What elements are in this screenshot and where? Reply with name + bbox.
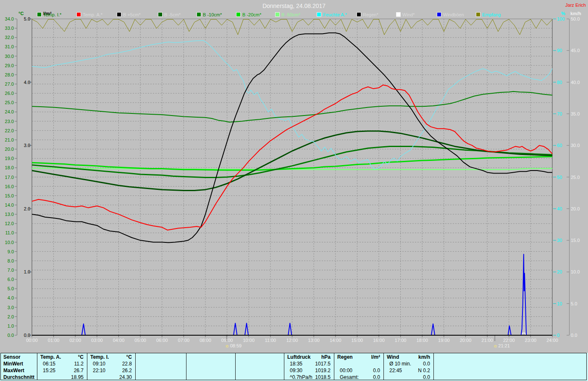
temp-axis-tick-label: 18.0 <box>1 165 14 170</box>
x-axis-hour-label: 03:00 <box>88 338 106 343</box>
wind-axis-tick-label: 10.0 <box>571 269 580 274</box>
table-row-label: MinWert <box>3 361 23 367</box>
x-axis-hour-label: 12:00 <box>283 338 302 343</box>
wind-axis-tick-label: 5.0 <box>571 301 577 306</box>
temp-axis-tick-label: 8.0 <box>1 258 14 263</box>
humidity-axis-tick-label: 70 <box>557 111 562 116</box>
table-cell-value: 26.2 <box>87 368 132 373</box>
x-axis-hour-label: 11:00 <box>261 338 280 343</box>
table-cell-value: 26.7 <box>37 368 84 373</box>
temp-axis-tick-label: 24.0 <box>1 109 14 114</box>
humidity-axis-tick-label: 90 <box>557 48 562 53</box>
rain-axis-tick-label: 1.0 <box>18 269 30 274</box>
x-axis-hour-label: 16:00 <box>370 338 388 343</box>
table-border-line <box>135 353 136 380</box>
temp-axis-tick-label: 0.0 <box>1 333 14 338</box>
x-axis-hour-label: 15:00 <box>348 338 366 343</box>
weather-chart <box>0 0 588 381</box>
table-row-label: Sensor <box>3 354 21 360</box>
x-axis-hour-label: 00:00 <box>23 338 41 343</box>
wind-axis-tick-label: 30.0 <box>571 143 580 148</box>
rain-axis-tick-label: 4.0 <box>18 80 30 85</box>
table-column-unit: °C <box>37 354 84 360</box>
humidity-axis-tick-label: 20 <box>557 269 562 274</box>
wind-axis-tick-label: 50.0 <box>571 16 580 21</box>
table-cell-value: 1018.5 <box>284 374 331 380</box>
table-column-unit: hPa <box>284 354 331 360</box>
wind-axis-tick-label: 25.0 <box>571 175 580 180</box>
humidity-axis-tick-label: 30 <box>557 238 562 243</box>
table-border-line <box>0 353 587 353</box>
table-row-label: MaxWert <box>3 368 24 373</box>
temp-axis-tick-label: 4.0 <box>1 295 14 300</box>
temp-axis-tick-label: 14.0 <box>1 202 14 208</box>
wind-axis-tick-label: 35.0 <box>571 111 580 116</box>
x-axis-hour-label: 23:00 <box>521 338 540 343</box>
wind-axis-tick-label: 40.0 <box>571 80 580 85</box>
table-column-unit: °C <box>87 354 132 360</box>
x-axis-hour-label: 09:00 <box>218 338 236 343</box>
wind-axis-tick-label: 0.0 <box>571 333 577 338</box>
temp-axis-tick-label: 25.0 <box>1 100 14 105</box>
table-cell-value: 1019.2 <box>284 368 331 373</box>
sunrise-icon: ☼ <box>225 343 229 348</box>
wind-axis-tick-label: 45.0 <box>571 48 580 53</box>
temp-axis-tick-label: 3.0 <box>1 305 14 310</box>
table-cell-value: 0.0 <box>334 374 380 380</box>
temp-axis-tick-label: 30.0 <box>1 54 14 59</box>
x-axis-hour-label: 06:00 <box>153 338 171 343</box>
table-cell-value: 11.2 <box>37 361 84 367</box>
x-axis-hour-label: 22:00 <box>500 338 518 343</box>
temp-axis-tick-label: 29.0 <box>1 63 14 68</box>
x-axis-hour-label: 05:00 <box>131 338 150 343</box>
sunset-icon: ☼ <box>493 343 497 348</box>
table-border-line <box>586 353 587 380</box>
x-axis-hour-label: 18:00 <box>413 338 431 343</box>
temp-axis-tick-label: 7.0 <box>1 268 14 273</box>
temp-axis-tick-label: 9.0 <box>1 249 14 254</box>
rain-axis-tick-label: 2.0 <box>18 206 30 211</box>
temp-axis-tick-label: 12.0 <box>1 221 14 226</box>
temp-axis-tick-label: 21.0 <box>1 137 14 142</box>
table-cell-value: 1017.5 <box>284 361 331 367</box>
sunset-marker: ☼21:21 <box>493 343 510 348</box>
x-axis-hour-label: 13:00 <box>304 338 323 343</box>
table-cell-value: 24.30 <box>87 374 132 380</box>
x-axis-hour-label: 21:00 <box>478 338 496 343</box>
rain-axis-tick-label: 3.0 <box>18 143 30 148</box>
temp-axis-tick-label: 20.0 <box>1 147 14 152</box>
x-axis-hour-label: 01:00 <box>45 338 63 343</box>
temp-axis-tick-label: 16.0 <box>1 184 14 189</box>
x-axis-hour-label: 07:00 <box>174 338 193 343</box>
table-row-label: Durchschnitt <box>3 374 34 380</box>
temp-axis-tick-label: 27.0 <box>1 81 14 87</box>
humidity-axis-tick-label: 40 <box>557 206 562 211</box>
table-cell-value: 0.0 <box>334 368 380 373</box>
temp-axis-tick-label: 31.0 <box>1 44 14 49</box>
temp-axis-tick-label: 17.0 <box>1 175 14 180</box>
table-border-line <box>433 353 434 380</box>
sunrise-time-label: 08:59 <box>230 343 242 348</box>
rain-axis-tick-label: 5.0 <box>18 16 30 21</box>
table-cell-value: 22.8 <box>87 361 132 367</box>
x-axis-hour-label: 10:00 <box>239 338 258 343</box>
temp-axis-tick-label: 32.0 <box>1 35 14 40</box>
weather-station-app: Donnerstag, 24.08.2017 Jarz Erich °C l/m… <box>0 0 588 381</box>
humidity-axis-tick-label: 50 <box>557 175 562 180</box>
temp-axis-tick-label: 15.0 <box>1 193 14 198</box>
humidity-axis-tick-label: 60 <box>557 143 562 148</box>
temp-axis-tick-label: 1.0 <box>1 323 14 328</box>
table-column-unit: l/m² <box>334 354 380 360</box>
wind-axis-tick-label: 20.0 <box>571 206 580 211</box>
wind-axis-tick-label: 15.0 <box>571 238 580 243</box>
humidity-axis-tick-label: 10 <box>557 301 562 306</box>
table-border-line <box>0 353 1 380</box>
table-cell-value: 0.0 <box>383 374 430 380</box>
statistics-table: SensorMinWertMaxWertDurchschnittTemp. A.… <box>0 353 588 381</box>
table-cell-value: N 0.2 <box>383 368 430 373</box>
temp-axis-tick-label: 33.0 <box>1 26 14 31</box>
temp-axis-tick-label: 34.0 <box>1 16 14 21</box>
table-border-line <box>186 353 186 380</box>
sunrise-marker: ☼08:59 <box>225 343 242 348</box>
x-axis-hour-label: 02:00 <box>66 338 84 343</box>
